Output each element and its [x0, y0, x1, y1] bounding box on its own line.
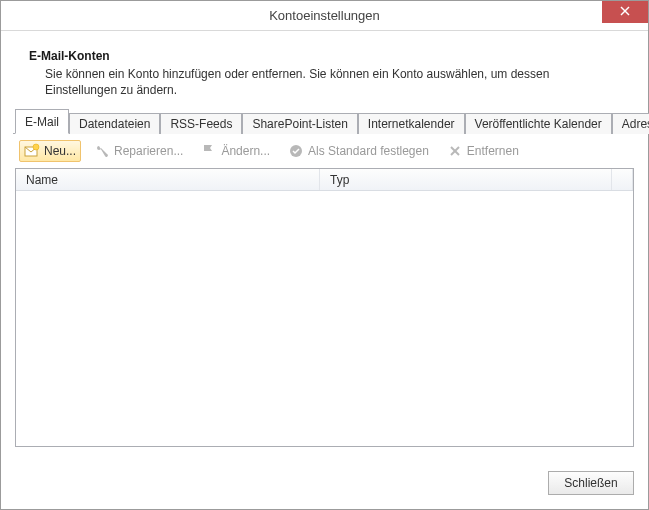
tab-label: Internetkalender	[368, 117, 455, 131]
section-subtext: Sie können ein Konto hinzufügen oder ent…	[45, 66, 620, 98]
column-label: Name	[26, 173, 58, 187]
list-body	[16, 191, 633, 446]
button-label: Schließen	[564, 476, 617, 490]
list-header: Name Typ	[16, 169, 633, 191]
button-label: Entfernen	[467, 144, 519, 158]
tools-icon	[94, 143, 110, 159]
check-circle-icon	[288, 143, 304, 159]
tab-sharepoint-lists[interactable]: SharePoint-Listen	[242, 113, 357, 134]
close-window-button[interactable]	[602, 1, 648, 23]
tab-label: Adressbücher	[622, 117, 649, 131]
mail-new-icon	[24, 143, 40, 159]
close-icon	[620, 5, 630, 19]
flag-icon	[201, 143, 217, 159]
tab-label: SharePoint-Listen	[252, 117, 347, 131]
delete-x-icon	[447, 143, 463, 159]
tab-label: Veröffentlichte Kalender	[475, 117, 602, 131]
header-section: E-Mail-Konten Sie können ein Konto hinzu…	[1, 31, 648, 108]
tab-label: Datendateien	[79, 117, 150, 131]
section-heading: E-Mail-Konten	[29, 49, 620, 63]
button-label: Neu...	[44, 144, 76, 158]
tab-label: RSS-Feeds	[170, 117, 232, 131]
footer: Schließen	[1, 459, 648, 509]
change-account-button[interactable]: Ändern...	[196, 140, 275, 162]
new-account-button[interactable]: Neu...	[19, 140, 81, 162]
tab-rss-feeds[interactable]: RSS-Feeds	[160, 113, 242, 134]
tab-email[interactable]: E-Mail	[15, 109, 69, 134]
titlebar: Kontoeinstellungen	[1, 1, 648, 31]
button-label: Als Standard festlegen	[308, 144, 429, 158]
tab-internet-calendar[interactable]: Internetkalender	[358, 113, 465, 134]
column-header-name[interactable]: Name	[16, 169, 320, 190]
close-button[interactable]: Schließen	[548, 471, 634, 495]
accounts-list: Name Typ	[15, 168, 634, 447]
content-area: E-Mail Datendateien RSS-Feeds SharePoint…	[1, 108, 648, 459]
tabstrip: E-Mail Datendateien RSS-Feeds SharePoint…	[13, 108, 636, 134]
window-title: Kontoeinstellungen	[1, 8, 648, 23]
column-header-spacer	[612, 169, 633, 190]
column-label: Typ	[330, 173, 349, 187]
tab-label: E-Mail	[25, 115, 59, 129]
toolbar: Neu... Reparieren... Ändern... Als Stand…	[13, 134, 636, 168]
button-label: Ändern...	[221, 144, 270, 158]
button-label: Reparieren...	[114, 144, 183, 158]
reorder-controls	[536, 144, 544, 158]
column-header-type[interactable]: Typ	[320, 169, 612, 190]
tab-data-files[interactable]: Datendateien	[69, 113, 160, 134]
set-default-button[interactable]: Als Standard festlegen	[283, 140, 434, 162]
tab-published-calendar[interactable]: Veröffentlichte Kalender	[465, 113, 612, 134]
repair-account-button[interactable]: Reparieren...	[89, 140, 188, 162]
account-settings-window: Kontoeinstellungen E-Mail-Konten Sie kön…	[0, 0, 649, 510]
svg-point-3	[33, 144, 39, 150]
remove-account-button[interactable]: Entfernen	[442, 140, 524, 162]
tab-address-books[interactable]: Adressbücher	[612, 113, 649, 134]
